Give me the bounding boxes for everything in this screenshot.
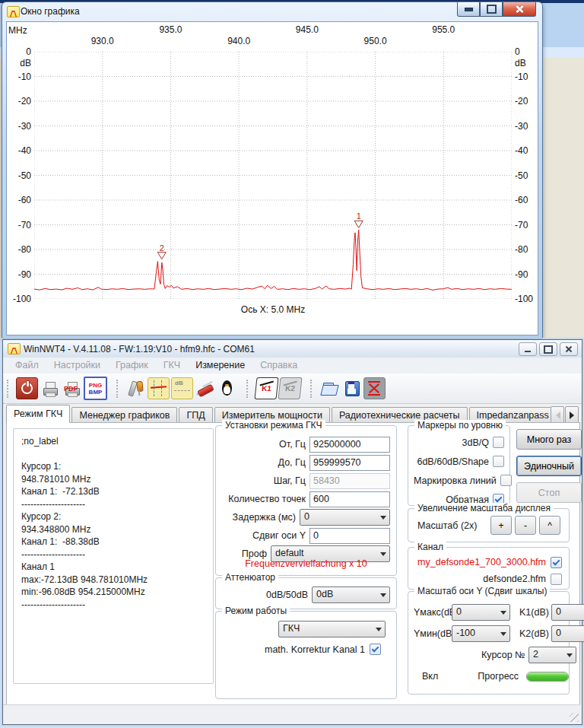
y-tick-label: -60 [8, 195, 31, 205]
field-label: До, Гц [221, 457, 309, 468]
tab-0[interactable]: Режим ГКЧ [6, 405, 70, 423]
checkbox-label: Маркировка линий [414, 475, 500, 486]
group-legend: Канал [414, 542, 446, 552]
toolbar-group-3 [306, 377, 391, 401]
checkbox-label: 6dB/60dB/Shape [414, 456, 493, 467]
penguin-icon[interactable] [217, 378, 237, 399]
x-tick-label: 940.0 [227, 36, 250, 46]
y-tick-label: -100 [8, 294, 31, 304]
info-line: 948.781010 MHz [21, 473, 213, 486]
input-field-2[interactable]: 58430 [309, 473, 390, 489]
tab-2[interactable]: ГПД [179, 407, 212, 423]
k2-combo[interactable]: 0 [551, 625, 584, 642]
tools-icon[interactable] [125, 378, 146, 399]
tab-scroll-right[interactable] [565, 406, 579, 424]
printer-icon[interactable] [40, 378, 60, 399]
tab-scroll-left[interactable] [551, 406, 564, 424]
graph-window-titlebar[interactable]: Окно графика [2, 2, 542, 21]
pdf-print-icon[interactable]: PDF [62, 378, 82, 399]
maximize-button[interactable] [539, 342, 557, 356]
group-legend: Аттенюатор [222, 572, 278, 583]
power-icon[interactable] [16, 377, 38, 399]
main-window-titlebar[interactable]: WinNWT4 - V.4.11.08 - FW:1.19:V10 - hfm9… [3, 340, 582, 358]
channel-label-1: defsonde2.hfm [415, 574, 551, 584]
trace-channel-1 [34, 230, 512, 290]
menu-item-5[interactable]: Справка [252, 358, 305, 374]
checkbox-2[interactable] [500, 475, 512, 486]
zoom-button--[interactable]: - [515, 516, 536, 535]
ymax-label: Yмакс(dB [414, 607, 452, 618]
info-line: --------------------- [21, 498, 213, 511]
y-tick-label: -40 [515, 145, 541, 156]
channel-checkbox-1[interactable] [551, 574, 562, 585]
action-button-0[interactable]: Много раз [516, 429, 582, 450]
progress-label: Прогресс [478, 671, 519, 682]
zoom-button-+[interactable]: + [490, 516, 512, 535]
png-bmp-icon[interactable]: PNGBMP [84, 377, 107, 400]
ymax-value: 0 [456, 606, 462, 617]
save-file-icon[interactable] [341, 378, 362, 399]
ymax-combo[interactable]: 0 [452, 604, 510, 621]
math-korrektur-checkbox[interactable] [370, 644, 381, 655]
zoom-scale-label: Масштаб (2x) [417, 520, 477, 531]
checkbox-0[interactable] [493, 437, 504, 448]
tab-pane: ;no_label Курсор 1:948.781010 MHzКанал 1… [6, 422, 580, 706]
input-field-0[interactable]: 925000000 [309, 437, 390, 453]
k2-correction-icon[interactable]: K2 [278, 377, 302, 399]
ymin-label: Yмин(dB [414, 628, 452, 639]
zoom-button-^[interactable]: ^ [539, 516, 560, 535]
maximize-icon [544, 345, 553, 354]
y-tick-label: -90 [515, 269, 541, 280]
info-line: Канал 1: -72.13dB [21, 485, 213, 498]
y-tick-label: -10 [515, 72, 541, 82]
sweep-config-icon[interactable] [148, 377, 170, 399]
toolbar: PDFPNGBMPdBK1K2 [3, 374, 582, 404]
graph-window-title: Окно графика [21, 6, 80, 17]
tab-1[interactable]: Менеджер графиков [71, 407, 177, 423]
channel-group: Канал my_defsonde1_700_3000.hfmdefsonde2… [408, 547, 570, 590]
menu-item-4[interactable]: Измерение [188, 358, 252, 374]
info-line: Курсор 2: [21, 510, 213, 523]
sweep-limits-icon[interactable] [363, 377, 386, 399]
y-tick-label: -90 [8, 269, 31, 280]
resize-grip[interactable] [570, 713, 579, 722]
attenuator-value: 0dB [316, 589, 333, 599]
close-button[interactable] [503, 2, 536, 17]
open-file-icon[interactable] [319, 378, 340, 399]
cursor-number-combo[interactable]: 2 [528, 647, 576, 663]
y-tick-label: -80 [8, 244, 31, 255]
close-button[interactable] [560, 342, 578, 356]
attenuator-group: Аттенюатор 0dB/50dB 0dB [215, 577, 397, 609]
work-mode-combo[interactable]: ГКЧ [278, 621, 386, 637]
knife-icon[interactable] [195, 378, 215, 399]
menu-item-3[interactable]: ГКЧ [156, 358, 188, 374]
ymin-combo[interactable]: -100 [452, 625, 510, 642]
cursor-marker-icon [354, 221, 363, 227]
y-tick-label: -30 [8, 121, 31, 132]
checkbox-1[interactable] [493, 456, 504, 467]
menu-item-0[interactable]: Файл [8, 358, 46, 374]
cursor-marker-number: 2 [160, 243, 164, 253]
y-tick-label: -10 [8, 72, 31, 82]
menu-item-2[interactable]: График [108, 358, 156, 374]
attenuator-combo[interactable]: 0dB [312, 587, 390, 603]
channel-checkbox-0[interactable] [551, 557, 562, 568]
combo-4[interactable]: 0 [300, 509, 390, 526]
info-line: --------------------- [21, 548, 213, 561]
db-scale-icon[interactable]: dB [171, 377, 193, 399]
app-icon [7, 6, 20, 17]
input-field-3[interactable]: 600 [309, 491, 390, 507]
k1-combo[interactable]: 0 [551, 604, 584, 621]
x-tick-label: 955.0 [432, 24, 455, 35]
menu-item-1[interactable]: Настройки [46, 358, 108, 374]
action-button-1[interactable]: Эдиночный [516, 456, 582, 476]
input-field-1[interactable]: 959999570 [309, 455, 390, 471]
spectrum-plot[interactable]: 12 [34, 52, 512, 299]
maximize-button[interactable] [480, 2, 503, 17]
maximize-icon [487, 5, 497, 14]
input-field-5[interactable]: 0 [309, 528, 390, 544]
minimize-button[interactable] [519, 342, 537, 356]
y-tick-label: -20 [8, 96, 31, 106]
minimize-button[interactable] [457, 2, 480, 17]
k1-correction-icon[interactable]: K1 [254, 377, 278, 399]
